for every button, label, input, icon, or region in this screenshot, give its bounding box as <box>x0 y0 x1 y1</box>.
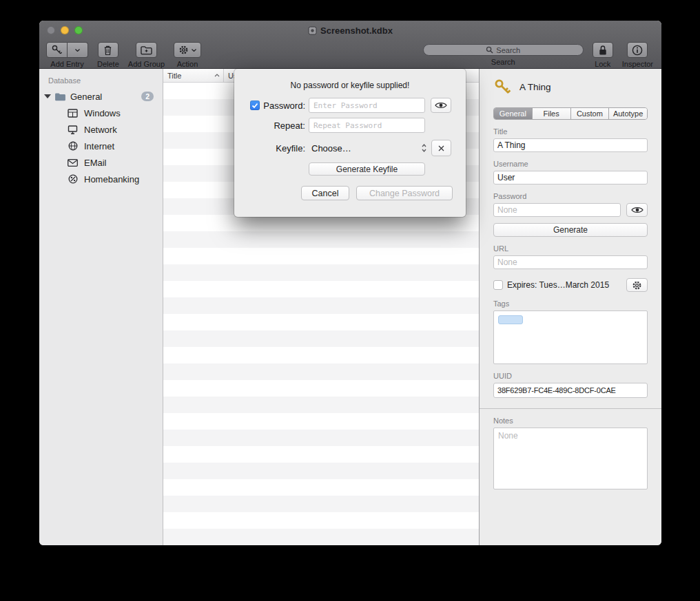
uuid-field-label: UUID <box>493 372 648 380</box>
list-row[interactable] <box>163 281 479 297</box>
dialog-password-input[interactable] <box>309 98 425 113</box>
list-row[interactable] <box>163 397 479 413</box>
entry-key-icon <box>493 78 511 96</box>
lock-button[interactable] <box>593 42 613 58</box>
tab-custom[interactable]: Custom <box>570 108 609 119</box>
password-field[interactable] <box>493 203 621 217</box>
disclosure-triangle-icon[interactable] <box>44 94 51 98</box>
dialog-keyfile-label: Keyfile: <box>276 143 305 154</box>
list-row[interactable] <box>163 231 479 248</box>
keyfile-popup-button[interactable]: Choose… <box>309 140 429 156</box>
clear-keyfile-button[interactable] <box>431 140 451 156</box>
password-checkbox[interactable] <box>250 101 260 110</box>
sidebar-item-homebanking[interactable]: Homebanking <box>39 171 163 187</box>
network-icon <box>67 125 79 134</box>
title-field[interactable] <box>493 138 648 152</box>
change-password-dialog: No password or keyfile supplied! Passwor… <box>234 69 466 217</box>
add-entry-button[interactable] <box>46 42 68 58</box>
list-row[interactable] <box>163 314 479 330</box>
sidebar-section-header: Database <box>48 76 163 85</box>
action-button[interactable] <box>174 42 201 58</box>
sidebar: Database General 2 Windows Network Inter… <box>39 69 163 545</box>
inspector-button[interactable] <box>627 42 648 58</box>
group-label: Homebanking <box>84 174 139 184</box>
inspector-tabs: General Files Custom Autotype <box>493 107 648 120</box>
lock-icon <box>598 45 608 56</box>
list-row[interactable] <box>163 215 479 231</box>
action-label: Action <box>177 60 198 68</box>
cancel-button[interactable]: Cancel <box>301 186 349 200</box>
divider <box>480 408 661 409</box>
tag-chip[interactable] <box>498 315 523 324</box>
dialog-repeat-input[interactable] <box>309 118 425 133</box>
tab-autotype[interactable]: Autotype <box>608 108 647 119</box>
list-row[interactable] <box>163 248 479 264</box>
change-password-button[interactable]: Change Password <box>356 186 453 200</box>
sidebar-item-email[interactable]: EMail <box>39 154 163 171</box>
generate-keyfile-button[interactable]: Generate Keyfile <box>309 162 425 176</box>
add-entry-menu-button[interactable] <box>68 42 88 58</box>
search-label: Search <box>491 58 515 66</box>
expires-settings-button[interactable] <box>626 278 648 292</box>
add-entry-label: Add Entry <box>50 60 83 68</box>
chevron-down-icon <box>75 49 80 52</box>
sidebar-item-windows[interactable]: Windows <box>39 105 163 121</box>
notes-field[interactable] <box>493 428 648 489</box>
list-row[interactable] <box>163 297 479 314</box>
column-header-title[interactable]: Title <box>163 69 224 82</box>
list-row[interactable] <box>163 479 479 496</box>
dialog-repeat-label: Repeat: <box>274 120 305 131</box>
group-label: EMail <box>84 158 107 168</box>
tab-files[interactable]: Files <box>532 108 570 119</box>
reveal-password-button[interactable] <box>626 203 648 217</box>
tab-general[interactable]: General <box>494 108 532 119</box>
tags-field-label: Tags <box>493 299 648 308</box>
group-label: General <box>70 92 141 102</box>
url-field-label: URL <box>493 244 648 253</box>
add-group-button[interactable] <box>136 42 157 58</box>
toolbar-item-delete: Delete <box>97 42 119 68</box>
group-label: Network <box>84 125 117 135</box>
list-row[interactable] <box>163 413 479 430</box>
sidebar-item-network[interactable]: Network <box>39 121 163 138</box>
tags-field[interactable] <box>493 310 648 364</box>
list-row[interactable] <box>163 496 479 512</box>
list-row[interactable] <box>163 446 479 463</box>
list-row[interactable] <box>163 347 479 363</box>
dialog-password-label: Password: <box>263 101 305 111</box>
homebanking-icon <box>67 174 79 184</box>
list-row[interactable] <box>163 512 479 529</box>
delete-button[interactable] <box>98 42 119 58</box>
list-row[interactable] <box>163 380 479 397</box>
username-field-label: Username <box>493 160 648 168</box>
close-icon <box>438 145 445 152</box>
uuid-field[interactable] <box>493 383 648 398</box>
expires-checkbox[interactable] <box>493 280 503 290</box>
email-icon <box>67 159 79 167</box>
window-title-text: Screenshot.kdbx <box>320 25 393 36</box>
entry-count-badge: 2 <box>141 92 154 101</box>
list-row[interactable] <box>163 264 479 281</box>
list-row[interactable] <box>163 363 479 380</box>
list-row[interactable] <box>163 330 479 347</box>
toolbar-item-search: Search Search <box>423 42 584 66</box>
list-row[interactable] <box>163 430 479 446</box>
info-icon <box>632 45 643 56</box>
dialog-reveal-password-button[interactable] <box>431 98 451 113</box>
sidebar-item-internet[interactable]: Internet <box>39 138 163 154</box>
sidebar-item-general[interactable]: General 2 <box>39 88 163 105</box>
search-icon <box>486 46 493 54</box>
inspector-panel: A Thing General Files Custom Autotype Ti… <box>479 69 661 545</box>
url-field[interactable] <box>493 255 648 269</box>
dialog-message: No password or keyfile supplied! <box>234 81 466 90</box>
generate-password-button[interactable]: Generate <box>493 223 648 237</box>
toolbar-item-action: Action <box>174 42 201 68</box>
list-row[interactable] <box>163 529 479 545</box>
list-row[interactable] <box>163 463 479 479</box>
username-field[interactable] <box>493 171 648 184</box>
title-field-label: Title <box>493 127 648 136</box>
password-field-label: Password <box>493 192 648 200</box>
search-input[interactable]: Search <box>423 44 584 56</box>
toolbar-item-add-entry: Add Entry <box>46 42 88 68</box>
window-title: Screenshot.kdbx <box>39 21 661 40</box>
